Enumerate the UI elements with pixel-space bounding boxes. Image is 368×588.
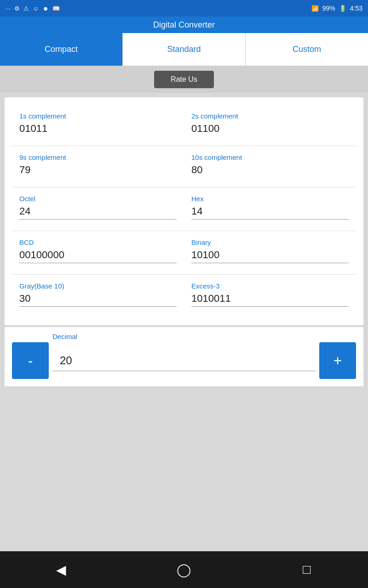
- twos-complement-cell: 2s complement 01100: [184, 105, 356, 146]
- complements-card: 1s complement 01011 2s complement 01100 …: [5, 97, 363, 325]
- tens-complement-label: 10s complement: [191, 153, 349, 161]
- decimal-controls: - 20 +: [12, 342, 356, 379]
- binary-value: 10100: [191, 249, 349, 263]
- status-bar-right: 📶 99% 🔋 4:53: [311, 5, 362, 12]
- app-title: Digital Converter: [153, 20, 215, 30]
- title-bar: Digital Converter: [0, 17, 368, 33]
- hex-label: Hex: [191, 195, 349, 203]
- nines-complement-label: 9s complement: [19, 153, 177, 161]
- twos-complement-label: 2s complement: [191, 112, 349, 120]
- gray-label: Gray(Base 10): [19, 282, 177, 290]
- dots-icon: ···: [6, 5, 11, 12]
- excess3-value: 1010011: [191, 293, 349, 307]
- increment-button[interactable]: +: [319, 342, 356, 379]
- nines-complement-value: 79: [19, 164, 177, 176]
- excess3-label: Excess-3: [191, 282, 349, 290]
- octel-value: 24: [19, 205, 177, 220]
- main-content: 1s complement 01011 2s complement 01100 …: [0, 93, 368, 551]
- rate-us-container: Rate Us: [0, 66, 368, 93]
- gear-icon: ⚙: [14, 5, 20, 12]
- decrement-button[interactable]: -: [12, 342, 49, 379]
- binary-label: Binary: [191, 238, 349, 246]
- bcd-cell: BCD 00100000: [12, 231, 184, 274]
- app-icon-1: ☺: [33, 5, 39, 12]
- tab-custom[interactable]: Custom: [246, 33, 368, 66]
- rate-us-button[interactable]: Rate Us: [154, 71, 214, 88]
- hex-value: 14: [191, 205, 349, 220]
- converter-grid: 1s complement 01011 2s complement 01100 …: [12, 105, 356, 318]
- tab-compact[interactable]: Compact: [0, 33, 122, 66]
- hex-cell: Hex 14: [184, 187, 356, 231]
- octel-label: Octel: [19, 195, 177, 203]
- twos-complement-value: 01100: [191, 123, 349, 135]
- app-icon-3: 📖: [52, 5, 60, 12]
- octel-cell: Octel 24: [12, 187, 184, 231]
- gray-cell: Gray(Base 10) 30: [12, 275, 184, 318]
- time-display: 4:53: [350, 5, 362, 12]
- recents-button[interactable]: □: [293, 556, 321, 583]
- ones-complement-cell: 1s complement 01011: [12, 105, 184, 146]
- battery-percent: 99%: [322, 5, 335, 12]
- gray-value: 30: [19, 293, 177, 307]
- home-button[interactable]: ◯: [170, 556, 198, 583]
- wifi-icon: 📶: [311, 5, 319, 12]
- tens-complement-cell: 10s complement 80: [184, 146, 356, 187]
- battery-icon: 🔋: [339, 5, 346, 12]
- ones-complement-value: 01011: [19, 123, 177, 135]
- tab-bar: Compact Standard Custom: [0, 33, 368, 66]
- ones-complement-label: 1s complement: [19, 112, 177, 120]
- bcd-value: 00100000: [19, 249, 177, 263]
- bcd-label: BCD: [19, 238, 177, 246]
- warning-icon: ⚠: [23, 5, 29, 12]
- status-bar: ··· ⚙ ⚠ ☺ ☻ 📖 📶 99% 🔋 4:53: [0, 0, 368, 17]
- decimal-card: Decimal - 20 +: [5, 327, 363, 386]
- decimal-value: 20: [52, 351, 316, 371]
- back-button[interactable]: ◀: [47, 556, 75, 583]
- tab-standard[interactable]: Standard: [123, 33, 245, 66]
- bottom-nav: ◀ ◯ □: [0, 551, 368, 588]
- decimal-label: Decimal: [52, 333, 356, 340]
- binary-cell: Binary 10100: [184, 231, 356, 274]
- nines-complement-cell: 9s complement 79: [12, 146, 184, 187]
- tens-complement-value: 80: [191, 164, 349, 176]
- excess3-cell: Excess-3 1010011: [184, 275, 356, 318]
- app-icon-2: ☻: [42, 5, 49, 12]
- status-bar-left: ··· ⚙ ⚠ ☺ ☻ 📖: [6, 5, 60, 12]
